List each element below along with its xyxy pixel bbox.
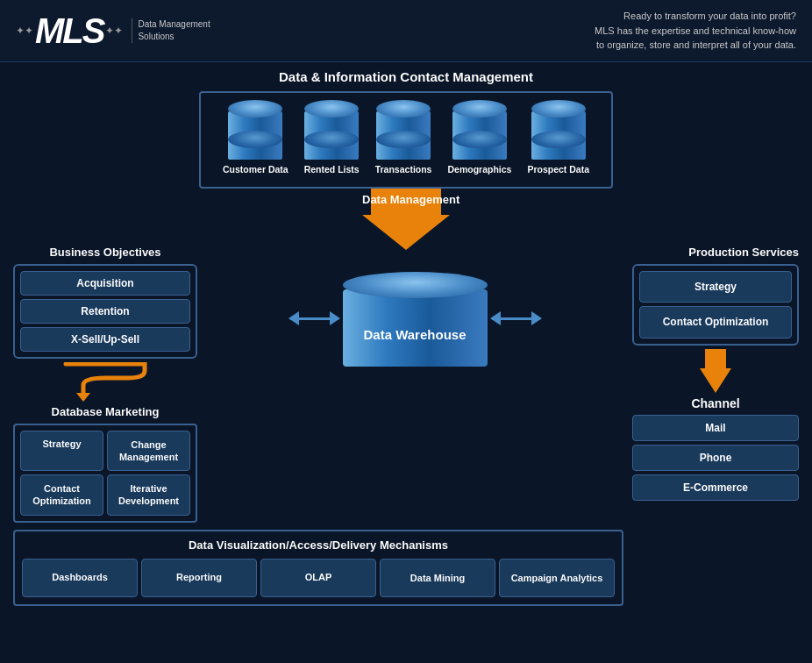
brace-svg <box>57 362 153 402</box>
channel-section: Channel Mail Phone E-Commerce <box>632 396 799 501</box>
right-section: Production Services Strategy Contact Opt… <box>632 246 799 502</box>
db-item-change-mgmt: Change Management <box>107 431 190 472</box>
cylinder-demographics <box>452 100 507 160</box>
dw-row: Data Warehouse <box>204 272 625 367</box>
dw-label: Data Warehouse <box>343 327 488 342</box>
db-item-strategy: Strategy <box>20 431 103 472</box>
top-section-title: Data & Information Contact Management <box>13 69 799 84</box>
prod-item-strategy: Strategy <box>639 271 792 303</box>
data-sources-section: Customer Data Rented Lists Transactions <box>13 91 799 189</box>
bottom-item-data-mining: Data Mining <box>380 559 495 597</box>
db-marketing-title: Database Marketing <box>13 405 197 418</box>
prod-item-contact-opt: Contact Optimization <box>639 306 792 339</box>
biz-item-retention: Retention <box>20 299 190 324</box>
biz-down-arrow <box>13 362 197 402</box>
cylinder-prospect <box>531 100 586 160</box>
data-source-demographics: Demographics <box>447 100 511 175</box>
data-source-transactions: Transactions <box>375 100 432 175</box>
cylinder-transactions <box>376 100 431 160</box>
left-h-arrow <box>290 317 338 320</box>
bottom-viz-items: Dashboards Reporting OLAP Data Mining Ca… <box>22 559 615 597</box>
db-item-contact-opt: Contact Optimization <box>20 474 103 516</box>
cylinder-rented <box>304 100 359 160</box>
content-area: Data & Information Contact Management Cu… <box>0 62 812 613</box>
header: ✦✦ MLS ✦✦ Data Management Solutions Read… <box>0 0 812 62</box>
data-source-rented: Rented Lists <box>304 100 360 175</box>
channel-phone: Phone <box>632 445 799 471</box>
logo-icon: ✦✦ MLS ✦✦ <box>16 13 123 48</box>
data-source-label: Rented Lists <box>304 164 360 175</box>
tagline: Ready to transform your data into profit… <box>595 9 796 53</box>
biz-item-xsell: X-Sell/Up-Sell <box>20 327 190 352</box>
channel-title: Channel <box>632 396 799 410</box>
biz-obj-box: Acquisition Retention X-Sell/Up-Sell <box>13 264 197 359</box>
bottom-item-reporting: Reporting <box>141 559 257 597</box>
data-management-arrow: Data Management <box>13 189 799 250</box>
middle-section: Data Warehouse <box>204 272 625 367</box>
biz-item-acquisition: Acquisition <box>20 271 190 296</box>
data-source-label: Customer Data <box>223 164 288 175</box>
bottom-item-olap: OLAP <box>260 559 376 597</box>
data-source-prospect: Prospect Data <box>527 100 589 175</box>
logo: ✦✦ MLS ✦✦ Data Management Solutions <box>16 13 225 48</box>
db-marketing-section: Database Marketing Strategy Change Manag… <box>13 405 197 523</box>
svg-marker-0 <box>76 393 90 402</box>
data-source-customer: Customer Data <box>223 100 288 175</box>
channel-mail: Mail <box>632 415 799 441</box>
left-section: Business Objectives Acquisition Retentio… <box>13 246 197 523</box>
db-item-iterative: Iterative Development <box>107 474 190 516</box>
middle-row: Business Objectives Acquisition Retentio… <box>13 246 799 523</box>
bottom-viz-section: Data Visualization/Access/Delivery Mecha… <box>13 530 623 606</box>
channel-boxes: Mail Phone E-Commerce <box>632 415 799 501</box>
cylinder-customer <box>228 100 282 160</box>
prod-services-box: Strategy Contact Optimization <box>632 264 799 346</box>
logo-text: Data Management Solutions <box>132 18 225 43</box>
bottom-viz-title: Data Visualization/Access/Delivery Mecha… <box>22 538 615 552</box>
bottom-item-campaign: Campaign Analytics <box>499 559 615 597</box>
db-marketing-grid: Strategy Change Management Contact Optim… <box>13 424 197 523</box>
bottom-item-dashboards: Dashboards <box>22 559 138 597</box>
logo-brand: MLS <box>35 13 103 48</box>
data-source-label: Demographics <box>447 164 511 175</box>
data-sources-wrapper: Customer Data Rented Lists Transactions <box>199 91 613 189</box>
data-warehouse: Data Warehouse <box>343 272 488 367</box>
channel-arrow <box>632 349 799 393</box>
channel-ecommerce: E-Commerce <box>632 474 799 501</box>
bottom-section: Data Visualization/Access/Delivery Mecha… <box>13 530 799 606</box>
data-source-label: Prospect Data <box>527 164 589 175</box>
data-source-label: Transactions <box>375 164 432 175</box>
data-management-label: Data Management <box>362 193 450 206</box>
right-h-arrow <box>492 317 540 320</box>
